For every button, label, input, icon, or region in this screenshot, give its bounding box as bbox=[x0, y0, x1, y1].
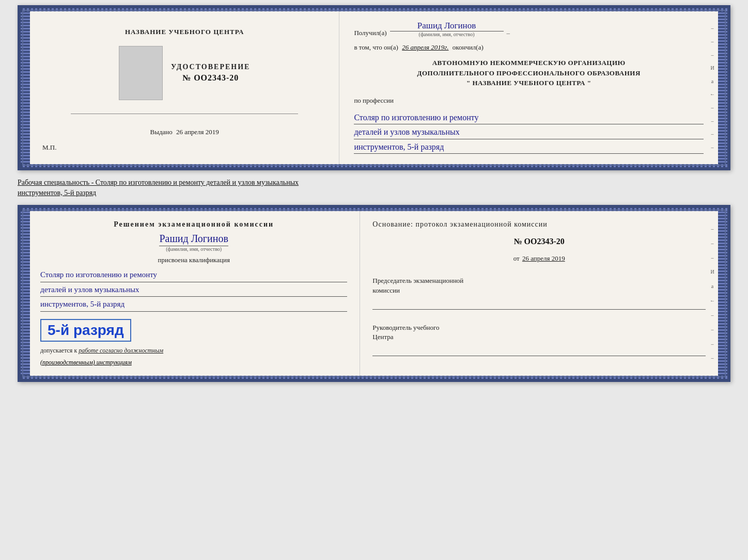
v-tom-label: в том, что он(а) bbox=[354, 43, 398, 51]
cert-right-top: Получил(а) Рашид Логинов (фамилия, имя, … bbox=[339, 11, 718, 164]
bottom-deco-bottom bbox=[21, 376, 727, 379]
left-side-decoration bbox=[21, 8, 30, 167]
recipient-line: Получил(а) Рашид Логинов (фамилия, имя, … bbox=[354, 21, 704, 37]
rukovoditel-label2: Центра bbox=[372, 332, 706, 342]
school-name-top: НАЗВАНИЕ УЧЕБНОГО ЦЕНТРА bbox=[125, 28, 244, 36]
ot-label: от bbox=[513, 254, 520, 262]
predsedatel-signature-line bbox=[372, 298, 706, 310]
candidate-block: Рашид Логинов (фамилия, имя, отчество) bbox=[40, 233, 347, 252]
predsedatel-block: Председатель экзаменационной комиссии bbox=[372, 276, 706, 309]
date-value: 26 апреля 2019г. bbox=[402, 43, 448, 51]
top-certificate-card: НАЗВАНИЕ УЧЕБНОГО ЦЕНТРА УДОСТОВЕРЕНИЕ №… bbox=[18, 5, 730, 170]
right-side-decoration-top bbox=[718, 8, 727, 167]
cert-inner-top: НАЗВАНИЕ УЧЕБНОГО ЦЕНТРА УДОСТОВЕРЕНИЕ №… bbox=[30, 11, 718, 164]
recipient-name-block: Рашид Логинов (фамилия, имя, отчество) bbox=[390, 21, 504, 37]
bottom-certificate-card: Решением экзаменационной комиссии Рашид … bbox=[18, 205, 730, 382]
org-block: АВТОНОМНУЮ НЕКОММЕРЧЕСКУЮ ОРГАНИЗАЦИЮ ДО… bbox=[354, 58, 704, 88]
udostoverenie-title: УДОСТОВЕРЕНИЕ bbox=[171, 63, 250, 71]
cert-left-top: НАЗВАНИЕ УЧЕБНОГО ЦЕНТРА УДОСТОВЕРЕНИЕ №… bbox=[30, 11, 339, 164]
photo-placeholder bbox=[119, 46, 163, 100]
ot-date: 26 апреля 2019 bbox=[522, 254, 565, 262]
rukovoditel-label: Руководитель учебного bbox=[372, 323, 706, 332]
mp-label: М.П. bbox=[42, 143, 56, 152]
right-side-deco-bottom: – – – И а ← – – – – bbox=[707, 211, 718, 376]
rukovoditel-block: Руководитель учебного Центра bbox=[372, 323, 706, 356]
bottom-deco bbox=[21, 164, 727, 167]
prof-line3: инструментов, 5-й разряд bbox=[354, 140, 704, 154]
org-line2: ДОПОЛНИТЕЛЬНОГО ПРОФЕССИОНАЛЬНОГО ОБРАЗО… bbox=[354, 68, 704, 78]
predsedatel-label2: комиссии bbox=[372, 286, 706, 295]
org-line3: " НАЗВАНИЕ УЧЕБНОГО ЦЕНТРА " bbox=[354, 78, 704, 88]
cert-bottom-right: Основание: протокол экзаменационной коми… bbox=[360, 211, 718, 376]
cert-inner-bottom: Решением экзаменационной комиссии Рашид … bbox=[30, 211, 718, 376]
fio-subtitle-top: (фамилия, имя, отчество) bbox=[419, 31, 475, 37]
ot-line: от 26 апреля 2019 bbox=[372, 254, 706, 263]
recipient-name: Рашид Логинов bbox=[390, 21, 504, 31]
org-line1: АВТОНОМНУЮ НЕКОММЕРЧЕСКУЮ ОРГАНИЗАЦИЮ bbox=[354, 58, 704, 68]
razryad-highlight-block: 5-й разряд bbox=[40, 317, 347, 342]
udostoverenie-block: УДОСТОВЕРЕНИЕ № OO2343-20 bbox=[171, 63, 250, 83]
specialty-label2: инструментов, 5-й разряд bbox=[18, 189, 96, 197]
dopusk-value: работе согласно должностным bbox=[79, 347, 163, 354]
specialty-text: Рабочая специальность - Столяр по изгото… bbox=[18, 174, 730, 201]
qual-line2: деталей и узлов музыкальных bbox=[40, 283, 347, 297]
qual-line3: инструментов, 5-й разряд bbox=[40, 298, 347, 312]
prisvoyena-label: присвоена квалификация bbox=[40, 256, 347, 264]
vydano-label: Выдано bbox=[150, 128, 173, 136]
razryad-highlight: 5-й разряд bbox=[40, 319, 131, 342]
profession-value: Столяр по изготовлению и ремонту деталей… bbox=[354, 111, 704, 155]
exam-commission-title: Решением экзаменационной комиссии bbox=[40, 220, 347, 229]
qualification-value: Столяр по изготовлению и ремонту деталей… bbox=[40, 268, 347, 313]
rukovoditel-signature-line bbox=[372, 345, 706, 356]
cert-bottom-left: Решением экзаменационной комиссии Рашид … bbox=[30, 211, 360, 376]
dopusk-label: допускается к bbox=[40, 347, 77, 354]
dopusk-line: допускается к работе согласно должностны… bbox=[40, 347, 347, 355]
right-side-deco-top: – – – И а ← – – – – bbox=[707, 11, 718, 164]
osnovanie-title: Основание: протокол экзаменационной коми… bbox=[372, 220, 706, 229]
prof-line2: деталей и узлов музыкальных bbox=[354, 125, 704, 139]
left-side-decoration-bottom bbox=[21, 208, 30, 379]
predsedatel-label: Председатель экзаменационной bbox=[372, 276, 706, 285]
poluchil-label: Получил(а) bbox=[354, 29, 386, 37]
dopusk-value2: (производственным) инструкциям bbox=[40, 359, 347, 366]
divider-line bbox=[71, 114, 298, 114]
okonchil-label: окончил(а) bbox=[453, 43, 484, 51]
prof-line1: Столяр по изготовлению и ремонту bbox=[354, 111, 704, 125]
right-side-decoration-bottom bbox=[718, 208, 727, 379]
specialty-label: Рабочая специальность - Столяр по изгото… bbox=[18, 179, 299, 186]
page-wrapper: НАЗВАНИЕ УЧЕБНОГО ЦЕНТРА УДОСТОВЕРЕНИЕ №… bbox=[18, 5, 730, 382]
vydano-line: Выдано 26 апреля 2019 bbox=[150, 128, 219, 136]
photo-and-cert: УДОСТОВЕРЕНИЕ № OO2343-20 bbox=[119, 46, 250, 100]
candidate-name-bottom: Рашид Логинов bbox=[159, 233, 228, 246]
udostoverenie-num: № OO2343-20 bbox=[171, 73, 250, 83]
vydano-date: 26 апреля 2019 bbox=[176, 128, 219, 136]
protocol-num: № OO2343-20 bbox=[372, 237, 706, 246]
fio-subtitle-bottom: (фамилия, имя, отчество) bbox=[166, 246, 222, 252]
date-line: в том, что он(а) 26 апреля 2019г. окончи… bbox=[354, 43, 704, 52]
po-professii-label: по профессии bbox=[354, 97, 704, 105]
dash-top: – bbox=[507, 29, 510, 37]
qual-line1: Столяр по изготовлению и ремонту bbox=[40, 268, 347, 282]
